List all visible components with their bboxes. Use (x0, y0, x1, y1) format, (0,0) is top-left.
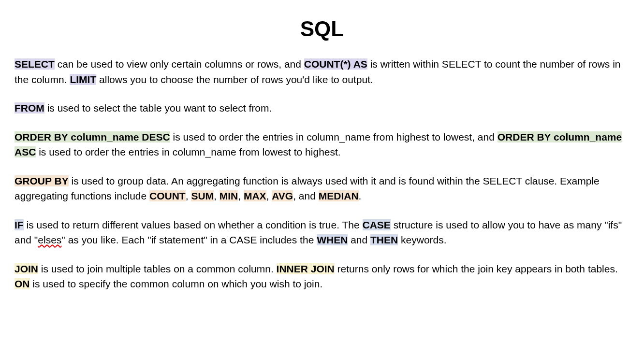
keyword-case: CASE (363, 219, 391, 230)
keyword-max: MAX (244, 190, 266, 201)
keyword-select: SELECT (15, 58, 55, 70)
text: " as you like. Each "if statement" in a … (61, 234, 317, 245)
paragraph-orderby: ORDER BY column_name DESC is used to ord… (15, 129, 629, 160)
text: is used to join multiple tables on a com… (38, 263, 277, 274)
text: is used to select the table you want to … (44, 102, 272, 114)
text: can be used to view only certain columns… (55, 58, 304, 70)
keyword-count: COUNT (149, 190, 186, 201)
keyword-sum: SUM (191, 190, 214, 201)
spellcheck-underline: elses (38, 234, 61, 245)
keyword-when: WHEN (317, 234, 348, 245)
text: is used to order the entries in column_n… (170, 131, 498, 142)
keyword-join: JOIN (15, 263, 38, 274)
text: is used to order the entries in column_n… (36, 146, 340, 157)
keyword-min: MIN (220, 190, 238, 201)
keyword-on: ON (15, 278, 30, 289)
paragraph-join: JOIN is used to join multiple tables on … (15, 261, 629, 292)
keyword-limit: LIMIT (70, 74, 96, 85)
keyword-count-as: COUNT(*) AS (304, 58, 367, 70)
keyword-from: FROM (15, 102, 44, 114)
paragraph-from: FROM is used to select the table you wan… (15, 100, 629, 116)
keyword-median: MEDIAN (319, 190, 359, 201)
paragraph-groupby: GROUP BY is used to group data. An aggre… (15, 173, 629, 204)
keyword-inner-join: INNER JOIN (277, 263, 335, 274)
text: . (359, 190, 362, 201)
text: allows you to choose the number of rows … (96, 74, 373, 85)
text: keywords. (398, 234, 446, 245)
keyword-avg: AVG (272, 190, 293, 201)
keyword-groupby: GROUP BY (15, 175, 69, 186)
text: , (238, 190, 244, 201)
text: is used to specify the common column on … (30, 278, 323, 289)
keyword-orderby-desc: ORDER BY column_name DESC (15, 131, 170, 142)
text: returns only rows for which the join key… (335, 263, 618, 274)
text: is used to return different values based… (24, 219, 363, 230)
text: , (186, 190, 191, 201)
paragraph-select: SELECT can be used to view only certain … (15, 57, 629, 87)
text: and (348, 234, 370, 245)
text: , (214, 190, 220, 201)
keyword-if: IF (15, 219, 24, 230)
text: , (266, 190, 272, 201)
paragraph-if-case: IF is used to return different values ba… (15, 217, 629, 248)
page-title: SQL (15, 17, 629, 41)
keyword-then: THEN (370, 234, 398, 245)
text: , and (293, 190, 319, 201)
